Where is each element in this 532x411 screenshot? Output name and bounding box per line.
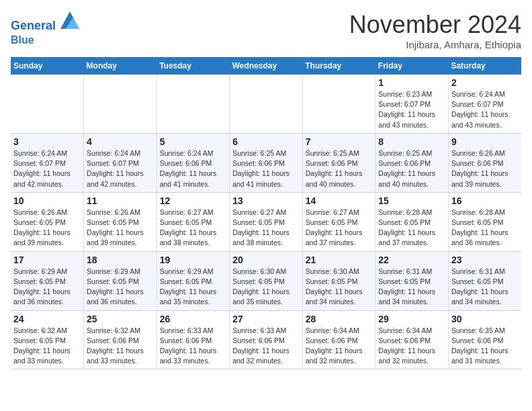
day-number: 15: [378, 195, 445, 206]
day-number: 17: [13, 255, 81, 265]
calendar-cell: 30Sunrise: 6:35 AMSunset: 6:06 PMDayligh…: [448, 310, 521, 369]
header-cell-saturday: Saturday: [448, 57, 521, 75]
day-info: Sunrise: 6:29 AMSunset: 6:05 PMDaylight:…: [87, 267, 154, 308]
day-info: Sunrise: 6:29 AMSunset: 6:05 PMDaylight:…: [160, 267, 227, 308]
day-info: Sunrise: 6:32 AMSunset: 6:05 PMDaylight:…: [13, 326, 81, 367]
day-info: Sunrise: 6:28 AMSunset: 6:05 PMDaylight:…: [451, 208, 519, 248]
calendar-cell: [11, 75, 84, 133]
day-number: 24: [13, 314, 81, 324]
calendar-cell: [302, 75, 375, 133]
calendar-cell: [157, 75, 230, 133]
calendar-cell: 12Sunrise: 6:27 AMSunset: 6:05 PMDayligh…: [157, 192, 230, 251]
day-info: Sunrise: 6:25 AMSunset: 6:06 PMDaylight:…: [306, 148, 373, 189]
day-info: Sunrise: 6:28 AMSunset: 6:05 PMDaylight:…: [378, 208, 445, 248]
header-cell-thursday: Thursday: [302, 57, 375, 75]
day-info: Sunrise: 6:27 AMSunset: 6:05 PMDaylight:…: [160, 208, 227, 248]
calendar-header: SundayMondayTuesdayWednesdayThursdayFrid…: [11, 57, 521, 75]
day-number: 27: [232, 314, 300, 324]
calendar-cell: 19Sunrise: 6:29 AMSunset: 6:05 PMDayligh…: [157, 251, 230, 310]
day-number: 2: [451, 77, 519, 88]
calendar-week-3: 10Sunrise: 6:26 AMSunset: 6:05 PMDayligh…: [11, 192, 521, 251]
day-number: 30: [451, 314, 519, 324]
day-number: 20: [232, 255, 300, 265]
logo: General Blue: [11, 11, 79, 46]
day-number: 18: [87, 255, 154, 265]
logo-icon: [60, 11, 79, 30]
calendar-cell: 28Sunrise: 6:34 AMSunset: 6:06 PMDayligh…: [302, 310, 375, 369]
calendar-table: SundayMondayTuesdayWednesdayThursdayFrid…: [11, 57, 521, 369]
day-number: 3: [13, 136, 81, 147]
calendar-cell: 23Sunrise: 6:31 AMSunset: 6:05 PMDayligh…: [448, 251, 521, 310]
calendar-cell: 13Sunrise: 6:27 AMSunset: 6:05 PMDayligh…: [230, 192, 303, 251]
logo-text: General: [11, 11, 79, 34]
header-row: SundayMondayTuesdayWednesdayThursdayFrid…: [11, 57, 521, 75]
day-info: Sunrise: 6:35 AMSunset: 6:06 PMDaylight:…: [451, 326, 519, 367]
calendar-cell: [230, 75, 303, 133]
calendar-cell: 16Sunrise: 6:28 AMSunset: 6:05 PMDayligh…: [448, 192, 521, 251]
day-info: Sunrise: 6:31 AMSunset: 6:05 PMDaylight:…: [378, 267, 445, 308]
day-number: 21: [306, 255, 373, 265]
calendar-cell: 24Sunrise: 6:32 AMSunset: 6:05 PMDayligh…: [11, 310, 84, 369]
calendar-week-1: 1Sunrise: 6:23 AMSunset: 6:07 PMDaylight…: [11, 75, 521, 133]
title-block: November 2024 Injibara, Amhara, Ethiopia: [349, 11, 521, 50]
calendar-cell: 27Sunrise: 6:33 AMSunset: 6:06 PMDayligh…: [230, 310, 303, 369]
day-number: 22: [378, 255, 445, 265]
logo-blue: Blue: [11, 34, 79, 46]
page-title: November 2024: [349, 11, 521, 39]
day-info: Sunrise: 6:30 AMSunset: 6:05 PMDaylight:…: [232, 267, 300, 308]
calendar-cell: 20Sunrise: 6:30 AMSunset: 6:05 PMDayligh…: [230, 251, 303, 310]
day-number: 26: [160, 314, 227, 324]
calendar-cell: 6Sunrise: 6:25 AMSunset: 6:06 PMDaylight…: [230, 133, 303, 192]
day-info: Sunrise: 6:34 AMSunset: 6:06 PMDaylight:…: [306, 326, 373, 367]
day-number: 1: [378, 77, 445, 88]
day-info: Sunrise: 6:27 AMSunset: 6:05 PMDaylight:…: [306, 208, 373, 248]
calendar-cell: 25Sunrise: 6:32 AMSunset: 6:06 PMDayligh…: [84, 310, 157, 369]
day-info: Sunrise: 6:24 AMSunset: 6:07 PMDaylight:…: [451, 89, 519, 130]
day-info: Sunrise: 6:25 AMSunset: 6:06 PMDaylight:…: [232, 148, 300, 189]
day-info: Sunrise: 6:33 AMSunset: 6:06 PMDaylight:…: [232, 326, 300, 367]
day-info: Sunrise: 6:24 AMSunset: 6:06 PMDaylight:…: [160, 148, 227, 189]
calendar-cell: 22Sunrise: 6:31 AMSunset: 6:05 PMDayligh…: [375, 251, 449, 310]
calendar-cell: 7Sunrise: 6:25 AMSunset: 6:06 PMDaylight…: [302, 133, 375, 192]
header-cell-wednesday: Wednesday: [230, 57, 303, 75]
calendar-cell: 4Sunrise: 6:24 AMSunset: 6:07 PMDaylight…: [84, 133, 157, 192]
day-info: Sunrise: 6:29 AMSunset: 6:05 PMDaylight:…: [13, 267, 81, 308]
page-header: General Blue November 2024 Injibara, Amh…: [11, 11, 521, 50]
day-number: 23: [451, 255, 519, 265]
calendar-cell: 9Sunrise: 6:26 AMSunset: 6:06 PMDaylight…: [448, 133, 521, 192]
day-info: Sunrise: 6:26 AMSunset: 6:05 PMDaylight:…: [13, 208, 81, 248]
calendar-week-5: 24Sunrise: 6:32 AMSunset: 6:05 PMDayligh…: [11, 310, 521, 369]
day-number: 9: [451, 136, 519, 147]
calendar-cell: 17Sunrise: 6:29 AMSunset: 6:05 PMDayligh…: [11, 251, 84, 310]
day-info: Sunrise: 6:27 AMSunset: 6:05 PMDaylight:…: [232, 208, 300, 248]
day-number: 13: [232, 195, 300, 206]
day-number: 5: [160, 136, 227, 147]
day-info: Sunrise: 6:25 AMSunset: 6:06 PMDaylight:…: [378, 148, 445, 189]
header-cell-monday: Monday: [84, 57, 157, 75]
day-number: 29: [378, 314, 445, 324]
day-number: 6: [232, 136, 300, 147]
calendar-cell: 26Sunrise: 6:33 AMSunset: 6:06 PMDayligh…: [157, 310, 230, 369]
calendar-cell: 29Sunrise: 6:34 AMSunset: 6:06 PMDayligh…: [375, 310, 449, 369]
calendar-cell: [84, 75, 157, 133]
header-cell-friday: Friday: [375, 57, 449, 75]
header-cell-sunday: Sunday: [11, 57, 84, 75]
calendar-cell: 14Sunrise: 6:27 AMSunset: 6:05 PMDayligh…: [302, 192, 375, 251]
calendar-cell: 2Sunrise: 6:24 AMSunset: 6:07 PMDaylight…: [448, 75, 521, 133]
day-info: Sunrise: 6:34 AMSunset: 6:06 PMDaylight:…: [378, 326, 445, 367]
day-number: 16: [451, 195, 519, 206]
day-number: 12: [160, 195, 227, 206]
calendar-week-2: 3Sunrise: 6:24 AMSunset: 6:07 PMDaylight…: [11, 133, 521, 192]
day-number: 4: [87, 136, 154, 147]
day-number: 19: [160, 255, 227, 265]
day-info: Sunrise: 6:24 AMSunset: 6:07 PMDaylight:…: [87, 148, 154, 189]
calendar-cell: 8Sunrise: 6:25 AMSunset: 6:06 PMDaylight…: [375, 133, 449, 192]
day-info: Sunrise: 6:26 AMSunset: 6:05 PMDaylight:…: [87, 208, 154, 248]
day-number: 14: [306, 195, 373, 206]
day-number: 11: [87, 195, 154, 206]
logo-general: General: [11, 19, 56, 32]
calendar-body: 1Sunrise: 6:23 AMSunset: 6:07 PMDaylight…: [11, 75, 521, 369]
day-info: Sunrise: 6:33 AMSunset: 6:06 PMDaylight:…: [160, 326, 227, 367]
day-info: Sunrise: 6:26 AMSunset: 6:06 PMDaylight:…: [451, 148, 519, 189]
calendar-cell: 10Sunrise: 6:26 AMSunset: 6:05 PMDayligh…: [11, 192, 84, 251]
